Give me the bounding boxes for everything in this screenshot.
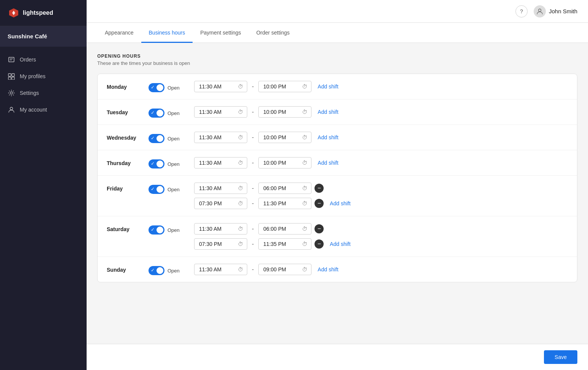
day-name-wednesday: Wednesday: [107, 132, 141, 141]
logo-text: lightspeed: [23, 9, 53, 16]
clock-icon: ⏱: [238, 185, 243, 191]
toggle-check-icon: ✓: [151, 227, 155, 232]
clock-icon: ⏱: [238, 134, 243, 140]
start-time-friday-1[interactable]: 07:30 PM⏱: [194, 198, 247, 209]
end-time-saturday-1[interactable]: 11:35 PM⏱: [258, 238, 311, 250]
time-separator: -: [250, 266, 255, 273]
shift-row: 11:30 AM⏱-06:00 PM⏱−: [194, 223, 568, 235]
end-time-wednesday-0[interactable]: 10:00 PM⏱: [258, 132, 311, 143]
section-subtitle: These are the times your business is ope…: [97, 60, 577, 66]
tabs-bar: Appearance Business hours Payment settin…: [87, 23, 588, 43]
time-separator: -: [250, 225, 255, 232]
toggle-monday[interactable]: ✓: [149, 83, 164, 92]
svg-rect-5: [8, 77, 11, 80]
footer: Save: [87, 344, 588, 370]
end-time-friday-0[interactable]: 06:00 PM⏱: [258, 183, 311, 194]
toggle-sunday[interactable]: ✓: [149, 266, 164, 275]
open-label-tuesday: Open: [168, 110, 180, 116]
toggle-wednesday[interactable]: ✓: [149, 134, 164, 143]
tab-appearance[interactable]: Appearance: [97, 23, 141, 43]
toggle-area-friday: ✓Open: [149, 183, 187, 194]
shifts-monday: 11:30 AM⏱-10:00 PM⏱Add shift: [194, 81, 568, 92]
toggle-saturday[interactable]: ✓: [149, 225, 164, 235]
end-time-tuesday-0[interactable]: 10:00 PM⏱: [258, 106, 311, 118]
svg-rect-6: [12, 77, 14, 80]
day-row: Sunday✓Open11:30 AM⏱-09:00 PM⏱Add shift: [98, 257, 577, 282]
add-shift-button-saturday[interactable]: Add shift: [327, 239, 353, 249]
open-label-monday: Open: [168, 85, 180, 91]
start-time-tuesday-0[interactable]: 11:30 AM⏱: [194, 106, 247, 118]
end-time-sunday-0[interactable]: 09:00 PM⏱: [258, 264, 311, 275]
tab-order-settings[interactable]: Order settings: [249, 23, 297, 43]
sidebar-item-my-profiles[interactable]: My profiles: [0, 68, 87, 85]
clock-icon: ⏱: [302, 241, 307, 247]
clock-icon: ⏱: [238, 160, 243, 166]
sidebar-item-my-account[interactable]: My account: [0, 101, 87, 118]
start-time-wednesday-0[interactable]: 11:30 AM⏱: [194, 132, 247, 143]
sidebar-logo: lightspeed: [0, 0, 87, 26]
start-time-saturday-1[interactable]: 07:30 PM⏱: [194, 238, 247, 250]
open-label-thursday: Open: [168, 161, 180, 167]
day-row: Monday✓Open11:30 AM⏱-10:00 PM⏱Add shift: [98, 74, 577, 99]
sidebar-cafe-section[interactable]: Sunshine Café: [0, 26, 87, 47]
remove-shift-button-friday-0[interactable]: −: [315, 184, 324, 193]
start-time-monday-0[interactable]: 11:30 AM⏱: [194, 81, 247, 92]
add-shift-button-tuesday[interactable]: Add shift: [315, 107, 341, 117]
shifts-thursday: 11:30 AM⏱-10:00 PM⏱Add shift: [194, 157, 568, 168]
clock-icon: ⏱: [302, 226, 307, 232]
toggle-check-icon: ✓: [151, 85, 155, 90]
add-shift-button-monday[interactable]: Add shift: [315, 81, 341, 92]
save-button[interactable]: Save: [544, 350, 577, 364]
remove-shift-button-saturday-0[interactable]: −: [315, 224, 324, 233]
toggle-friday[interactable]: ✓: [149, 185, 164, 194]
clock-icon: ⏱: [302, 160, 307, 166]
shift-row: 11:30 AM⏱-10:00 PM⏱Add shift: [194, 157, 568, 168]
section-header: OPENING HOURS These are the times your b…: [97, 54, 577, 66]
lightspeed-logo-icon: [8, 7, 20, 19]
start-time-friday-0[interactable]: 11:30 AM⏱: [194, 183, 247, 194]
toggle-area-tuesday: ✓Open: [149, 106, 187, 118]
tab-payment-settings[interactable]: Payment settings: [193, 23, 248, 43]
start-time-thursday-0[interactable]: 11:30 AM⏱: [194, 157, 247, 168]
clock-icon: ⏱: [238, 266, 243, 272]
add-shift-button-sunday[interactable]: Add shift: [315, 264, 341, 275]
clock-icon: ⏱: [302, 200, 307, 206]
time-separator: -: [250, 200, 255, 207]
clock-icon: ⏱: [238, 83, 243, 90]
remove-shift-button-saturday-1[interactable]: −: [315, 239, 324, 249]
end-time-thursday-0[interactable]: 10:00 PM⏱: [258, 157, 311, 168]
toggle-thursday[interactable]: ✓: [149, 159, 164, 168]
account-icon: [8, 106, 15, 113]
add-shift-button-friday[interactable]: Add shift: [327, 198, 353, 209]
user-menu[interactable]: John Smith: [534, 5, 577, 17]
toggle-check-icon: ✓: [151, 268, 155, 273]
tab-business-hours[interactable]: Business hours: [141, 23, 193, 43]
time-separator: -: [250, 241, 255, 247]
sidebar-item-settings[interactable]: Settings: [0, 85, 87, 101]
shifts-saturday: 11:30 AM⏱-06:00 PM⏱−07:30 PM⏱-11:35 PM⏱−…: [194, 223, 568, 250]
shift-row: 07:30 PM⏱-11:35 PM⏱−Add shift: [194, 238, 568, 250]
sidebar-item-orders[interactable]: Orders: [0, 51, 87, 68]
main-content: ? John Smith Appearance Business hours P…: [87, 0, 588, 370]
toggle-tuesday[interactable]: ✓: [149, 109, 164, 118]
svg-point-8: [10, 107, 13, 110]
header: ? John Smith: [87, 0, 588, 23]
toggle-area-monday: ✓Open: [149, 81, 187, 92]
clock-icon: ⏱: [238, 241, 243, 247]
end-time-friday-1[interactable]: 11:30 PM⏱: [258, 198, 311, 209]
day-row: Saturday✓Open11:30 AM⏱-06:00 PM⏱−07:30 P…: [98, 216, 577, 257]
start-time-sunday-0[interactable]: 11:30 AM⏱: [194, 264, 247, 275]
add-shift-button-wednesday[interactable]: Add shift: [315, 132, 341, 143]
clock-icon: ⏱: [302, 109, 307, 115]
end-time-saturday-0[interactable]: 06:00 PM⏱: [258, 223, 311, 235]
sidebar: lightspeed Sunshine Café Orders My profi…: [0, 0, 87, 370]
clock-icon: ⏱: [302, 134, 307, 140]
svg-point-7: [10, 92, 13, 94]
help-button[interactable]: ?: [515, 5, 528, 17]
svg-rect-0: [9, 57, 14, 62]
add-shift-button-thursday[interactable]: Add shift: [315, 157, 341, 168]
toggle-check-icon: ✓: [151, 186, 155, 192]
remove-shift-button-friday-1[interactable]: −: [315, 199, 324, 208]
end-time-monday-0[interactable]: 10:00 PM⏱: [258, 81, 311, 92]
start-time-saturday-0[interactable]: 11:30 AM⏱: [194, 223, 247, 235]
